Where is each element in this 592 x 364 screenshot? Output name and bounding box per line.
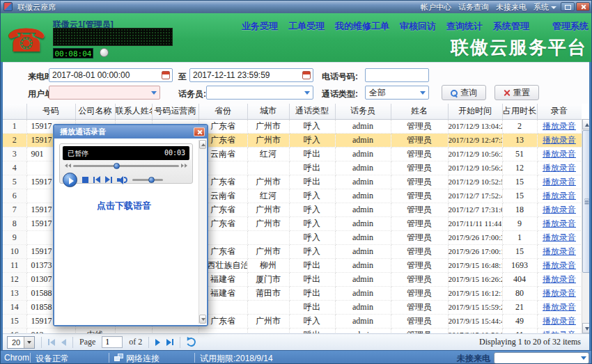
- play-record-link[interactable]: 播放录音: [543, 288, 576, 298]
- calendar-icon[interactable]: [302, 71, 311, 79]
- titlebar-menu-item-3[interactable]: 系统: [533, 2, 556, 13]
- play-icon[interactable]: [63, 173, 77, 187]
- cell-operator: admin: [335, 328, 391, 333]
- prev-page-icon[interactable]: [61, 339, 66, 346]
- cell-start: 2017/12/9 10:52:56: [448, 175, 502, 189]
- play-record-link[interactable]: 播放录音: [543, 260, 576, 270]
- play-record-link[interactable]: 播放录音: [543, 163, 576, 173]
- row-number: 10: [3, 244, 26, 258]
- cell-duration: 11: [502, 328, 537, 333]
- pagination-bar: 20 Page of 2 Displaying 1 to 20 of 32 it…: [3, 333, 591, 350]
- play-record-link[interactable]: 播放录音: [543, 191, 576, 200]
- cell-duration: 2: [502, 119, 537, 133]
- cell-city: 柳州: [247, 258, 289, 272]
- operator-combo[interactable]: [206, 86, 313, 100]
- chevron-down-icon: [151, 91, 157, 95]
- cell-start: 2017/9/15 16:12:16: [448, 286, 502, 300]
- play-record-link[interactable]: 播放录音: [543, 121, 576, 131]
- record-indicator-icon[interactable]: [100, 48, 109, 57]
- column-header-0[interactable]: 号码: [26, 104, 75, 119]
- column-header-2[interactable]: 联系人姓名: [115, 104, 152, 119]
- play-record-link[interactable]: 播放录音: [543, 177, 576, 187]
- column-header-3[interactable]: 号码运营商: [152, 104, 198, 119]
- titlebar-menu-item-1[interactable]: 话务查询: [458, 2, 489, 13]
- dialog-scrollbar[interactable]: [198, 140, 206, 324]
- play-record-link[interactable]: 播放录音: [543, 302, 576, 312]
- scroll-down-icon[interactable]: [199, 315, 206, 324]
- stop-icon[interactable]: [82, 177, 88, 183]
- cell-start: 2017/9/15 10:56:27: [448, 328, 502, 333]
- table-row[interactable]: 16013内线呼出admin管理员2017/9/15 10:56:2711播放录…: [3, 328, 582, 333]
- play-record-link[interactable]: 播放录音: [543, 274, 576, 284]
- cell-type: 呼入: [289, 203, 335, 216]
- seek-thumb[interactable]: [114, 163, 120, 169]
- column-header-10[interactable]: 占用时长: [502, 104, 537, 119]
- download-voice-link[interactable]: 点击下载语音: [54, 200, 194, 212]
- play-record-link[interactable]: 播放录音: [543, 316, 576, 326]
- page-number-input[interactable]: [102, 336, 123, 348]
- next-page-icon[interactable]: [155, 339, 160, 346]
- column-header-4[interactable]: 省份: [198, 104, 247, 119]
- seek-slider[interactable]: [73, 165, 179, 167]
- cell-duration: 1: [502, 230, 537, 244]
- dialog-titlebar[interactable]: 播放通话录音: [54, 125, 207, 139]
- phone-number-input[interactable]: [365, 68, 429, 82]
- cell-city: [247, 161, 289, 175]
- play-record-link[interactable]: 播放录音: [543, 232, 576, 242]
- volume-icon[interactable]: [117, 175, 127, 184]
- cell-name: 管理员: [391, 258, 448, 272]
- refresh-icon[interactable]: [185, 336, 197, 348]
- scroll-up-icon[interactable]: [199, 140, 206, 149]
- play-record-link[interactable]: 播放录音: [543, 135, 576, 145]
- page-size-select[interactable]: 20: [7, 336, 35, 349]
- row-number: 11: [3, 258, 26, 272]
- search-button[interactable]: 查询: [442, 85, 486, 100]
- first-page-icon[interactable]: [48, 339, 55, 346]
- volume-thumb[interactable]: [148, 177, 155, 183]
- close-icon[interactable]: [576, 2, 590, 11]
- calendar-icon[interactable]: [162, 71, 170, 79]
- nav-item-3[interactable]: 审核回访: [400, 20, 436, 33]
- cell-name: 管理员: [391, 244, 448, 258]
- row-number: 13: [3, 286, 26, 300]
- play-record-link[interactable]: 播放录音: [543, 246, 576, 256]
- titlebar-menu-item-2[interactable]: 未接来电: [496, 2, 527, 13]
- nav-item-4[interactable]: 查询统计: [446, 20, 483, 33]
- play-record-link[interactable]: 播放录音: [543, 149, 576, 159]
- column-header-8[interactable]: 姓名: [391, 104, 448, 119]
- previous-track-icon[interactable]: [93, 176, 100, 183]
- volume-slider[interactable]: [132, 179, 163, 181]
- column-header-5[interactable]: 城市: [247, 104, 289, 119]
- type-combo[interactable]: 全部: [365, 86, 429, 100]
- call-timer: 00:08:04: [53, 48, 93, 58]
- cell-type: 呼入: [289, 314, 335, 328]
- next-track-icon[interactable]: [105, 176, 112, 183]
- titlebar-menu-item-0[interactable]: 帐户中心: [421, 2, 451, 13]
- column-header-9[interactable]: 开始时间: [448, 104, 502, 119]
- forward-icon[interactable]: [179, 164, 189, 168]
- column-header-11[interactable]: 录音: [537, 104, 582, 119]
- nav-item-6[interactable]: 管理系统: [552, 20, 589, 33]
- org-combo[interactable]: [49, 86, 160, 100]
- nav-item-2[interactable]: 我的维修工单: [335, 20, 389, 33]
- cell-operator: admin: [335, 189, 391, 203]
- play-record-link[interactable]: 播放录音: [543, 219, 576, 228]
- network-icon: [114, 354, 124, 362]
- column-header-6[interactable]: 通话类型: [289, 104, 335, 119]
- reset-button[interactable]: 重置: [494, 85, 539, 100]
- dialog-close-icon[interactable]: [194, 127, 205, 136]
- nav-item-1[interactable]: 工单受理: [288, 20, 325, 33]
- restore-icon[interactable]: [561, 2, 575, 11]
- time-from-input[interactable]: [49, 68, 173, 82]
- last-page-icon[interactable]: [166, 339, 173, 346]
- time-to-input[interactable]: [189, 68, 313, 82]
- rewind-icon[interactable]: [63, 164, 73, 168]
- column-header-1[interactable]: 公司名称: [75, 104, 115, 119]
- column-header-7[interactable]: 话务员: [335, 104, 391, 119]
- nav-item-5[interactable]: 系统管理: [493, 20, 529, 33]
- missed-calls-combo[interactable]: [494, 352, 589, 364]
- nav-item-0[interactable]: 业务受理: [242, 20, 278, 33]
- play-record-link[interactable]: 播放录音: [543, 205, 576, 214]
- to-label: 至: [178, 71, 187, 83]
- app-icon: [3, 2, 13, 11]
